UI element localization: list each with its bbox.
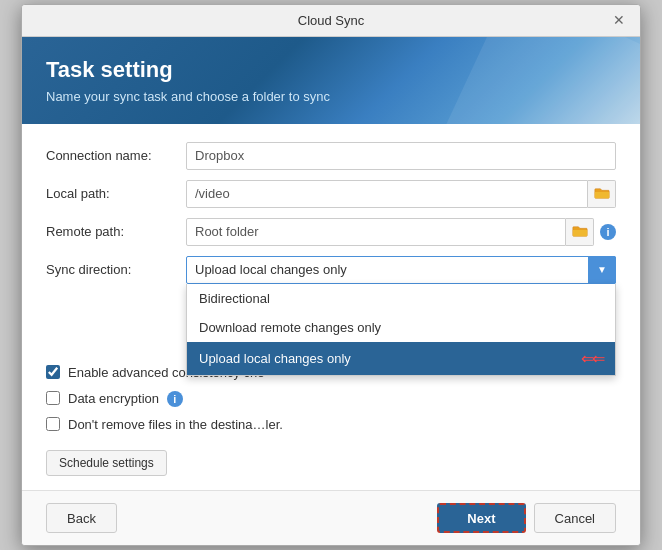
local-path-input-group (186, 180, 616, 208)
header-subtitle: Name your sync task and choose a folder … (46, 89, 616, 104)
next-button[interactable]: Next (437, 503, 525, 533)
sync-direction-row: Sync direction: Upload local changes onl… (46, 256, 616, 284)
remote-path-info-button[interactable]: i (600, 224, 616, 240)
header-title: Task setting (46, 57, 616, 83)
sync-direction-dropdown: Bidirectional Download remote changes on… (186, 284, 616, 376)
dropdown-item-upload[interactable]: Upload local changes only ⇐⇐ (187, 342, 615, 375)
schedule-settings-button[interactable]: Schedule settings (46, 450, 167, 476)
folder-icon (572, 225, 588, 238)
folder-icon (594, 187, 610, 200)
checkbox-encryption-row: Data encryption i (46, 390, 616, 408)
local-path-row: Local path: (46, 180, 616, 208)
local-path-label: Local path: (46, 186, 186, 201)
checkbox-dont-remove-row: Don't remove files in the destina…ler. (46, 416, 616, 434)
encryption-info-button[interactable]: i (167, 391, 183, 407)
sync-direction-display[interactable]: Upload local changes only (186, 256, 616, 284)
back-button[interactable]: Back (46, 503, 117, 533)
sync-direction-select[interactable]: Upload local changes only Bidirectional … (186, 256, 616, 284)
back-btn-wrap: Back (46, 503, 429, 533)
remote-path-input-group: i (186, 218, 616, 246)
sync-direction-value: Upload local changes only (195, 262, 347, 277)
checkbox-dont-remove-label: Don't remove files in the destina…ler. (68, 416, 283, 434)
close-button[interactable]: ✕ (610, 11, 628, 29)
dropdown-item-bidirectional[interactable]: Bidirectional (187, 284, 615, 313)
cancel-button[interactable]: Cancel (534, 503, 616, 533)
remote-path-row: Remote path: i (46, 218, 616, 246)
selected-indicator: ⇐⇐ (581, 349, 603, 368)
checkbox-consistency[interactable] (46, 365, 60, 379)
connection-name-label: Connection name: (46, 148, 186, 163)
checkbox-encryption[interactable] (46, 391, 60, 405)
local-path-input[interactable] (186, 180, 588, 208)
cloud-sync-window: Cloud Sync ✕ Task setting Name your sync… (21, 4, 641, 547)
footer: Back Next Cancel (22, 490, 640, 545)
connection-name-row: Connection name: (46, 142, 616, 170)
connection-name-input[interactable] (186, 142, 616, 170)
remote-path-input[interactable] (186, 218, 566, 246)
title-bar: Cloud Sync ✕ (22, 5, 640, 37)
sync-direction-label: Sync direction: (46, 262, 186, 277)
window-title: Cloud Sync (52, 13, 610, 28)
remote-path-label: Remote path: (46, 224, 186, 239)
header-section: Task setting Name your sync task and cho… (22, 37, 640, 124)
sync-direction-arrow[interactable] (588, 256, 616, 284)
checkbox-encryption-label: Data encryption i (68, 390, 183, 408)
form-content: Connection name: Local path: Remote path… (22, 124, 640, 491)
dropdown-item-download[interactable]: Download remote changes only (187, 313, 615, 342)
local-path-folder-button[interactable] (588, 180, 616, 208)
remote-path-folder-button[interactable] (566, 218, 594, 246)
checkbox-dont-remove[interactable] (46, 417, 60, 431)
